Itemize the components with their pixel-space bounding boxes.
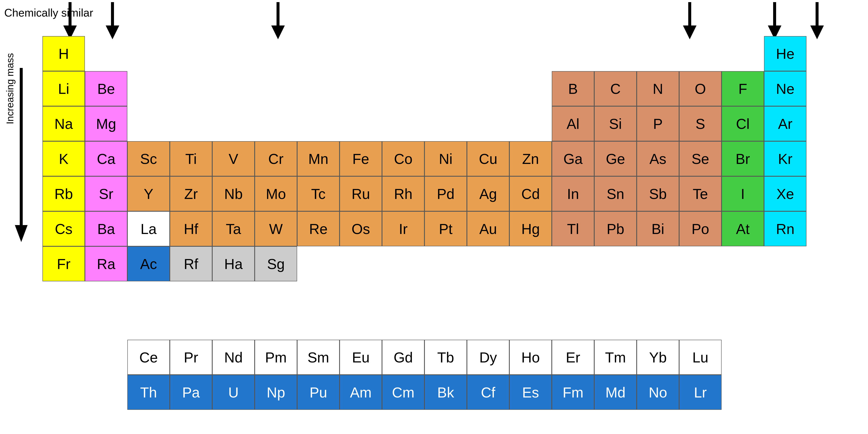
element-Mn: Mn [297,141,340,176]
increasing-mass-label: Increasing mass [4,53,16,124]
element-U: U [212,375,255,410]
element-Sr: Sr [85,176,127,211]
empty-cell-r1-c17 [721,36,764,71]
empty-cell-r3-c10 [425,106,467,141]
element-Cd: Cd [509,176,552,211]
empty-cell-r3-c9 [382,106,425,141]
element-Ar: Ar [764,106,806,141]
empty-cell-r1-c14 [594,36,637,71]
element-Rn: Rn [764,211,806,246]
element-Co: Co [382,141,425,176]
element-Tm: Tm [594,340,637,375]
element-I: I [721,176,764,211]
element-Rh: Rh [382,176,425,211]
element-Gd: Gd [382,340,425,375]
empty-cell-r1-c5 [212,36,255,71]
element-Nd: Nd [212,340,255,375]
svg-marker-11 [810,26,824,39]
increasing-mass-container: Increasing mass [4,53,16,124]
empty-cell-r2-c6 [255,71,297,106]
periodic-table: HHeLiBeBCNOFNeNaMgAlSiPSClArKCaScTiVCrMn… [42,36,806,281]
element-C: C [594,71,637,106]
element-Be: Be [85,71,127,106]
element-Cm: Cm [382,375,425,410]
element-Rf: Rf [170,246,212,281]
element-Sn: Sn [594,176,637,211]
element-Pu: Pu [297,375,340,410]
element-Mo: Mo [255,176,297,211]
empty-cell-r7-c11 [467,246,509,281]
pt-row-2: LiBeBCNOFNe [42,71,806,106]
element-Ba: Ba [85,211,127,246]
empty-cell-r2-c12 [509,71,552,106]
element-At: At [721,211,764,246]
increasing-mass-arrow [15,68,28,242]
element-Ta: Ta [212,211,255,246]
element-Es: Es [509,375,552,410]
element-Sm: Sm [297,340,340,375]
element-Cr: Cr [255,141,297,176]
element-Sc: Sc [127,141,170,176]
element-Ir: Ir [382,211,425,246]
empty-cell-r1-c4 [170,36,212,71]
empty-cell-r7-c16 [679,246,721,281]
element-As: As [637,141,679,176]
empty-cell-r1-c13 [552,36,594,71]
pt-row-5: RbSrYZrNbMoTcRuRhPdAgCdInSnSbTeIXe [42,176,806,211]
element-P: P [637,106,679,141]
element-Cu: Cu [467,141,509,176]
element-F: F [721,71,764,106]
element-Zn: Zn [509,141,552,176]
pt-row-7: FrRaAcRfHaSg [42,246,806,281]
element-Po: Po [679,211,721,246]
empty-cell-r7-c14 [594,246,637,281]
empty-cell-r3-c5 [212,106,255,141]
element-Er: Er [552,340,594,375]
empty-cell-r1-c6 [255,36,297,71]
element-Kr: Kr [764,141,806,176]
empty-cell-r2-c7 [297,71,340,106]
actinides-row: ThPaUNpPuAmCmBkCfEsFmMdNoLr [127,375,721,410]
element-La: La [127,211,170,246]
element-Np: Np [255,375,297,410]
empty-cell-r3-c12 [509,106,552,141]
element-Nb: Nb [212,176,255,211]
element-Ha: Ha [212,246,255,281]
element-Cs: Cs [42,211,85,246]
element-Pt: Pt [425,211,467,246]
empty-cell-r2-c9 [382,71,425,106]
main-container: Chemically similar Increasing mass HHeLi… [0,0,868,434]
element-Na: Na [42,106,85,141]
element-He: He [764,36,806,71]
element-Ag: Ag [467,176,509,211]
element-Ru: Ru [340,176,382,211]
empty-cell-r7-c15 [637,246,679,281]
empty-cell-r7-c10 [425,246,467,281]
empty-cell-r3-c7 [297,106,340,141]
pt-row-4: KCaScTiVCrMnFeCoNiCuZnGaGeAsSeBrKr [42,141,806,176]
element-Rb: Rb [42,176,85,211]
element-Mg: Mg [85,106,127,141]
element-Yb: Yb [637,340,679,375]
empty-cell-r3-c6 [255,106,297,141]
empty-cell-r2-c8 [340,71,382,106]
element-Fm: Fm [552,375,594,410]
element-Cf: Cf [467,375,509,410]
element-Pa: Pa [170,375,212,410]
pt-row-3: NaMgAlSiPSClAr [42,106,806,141]
element-Ni: Ni [425,141,467,176]
empty-cell-r2-c11 [467,71,509,106]
element-No: No [637,375,679,410]
element-Pm: Pm [255,340,297,375]
element-K: K [42,141,85,176]
element-Ce: Ce [127,340,170,375]
empty-cell-r3-c3 [127,106,170,141]
element-B: B [552,71,594,106]
element-Al: Al [552,106,594,141]
element-Ne: Ne [764,71,806,106]
element-Te: Te [679,176,721,211]
empty-cell-r1-c15 [637,36,679,71]
empty-cell-r7-c12 [509,246,552,281]
empty-cell-r1-c8 [340,36,382,71]
element-Fe: Fe [340,141,382,176]
